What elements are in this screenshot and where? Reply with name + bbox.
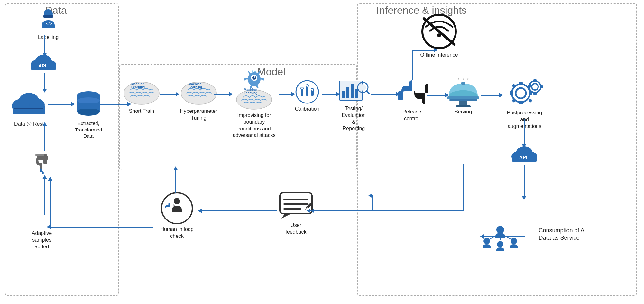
improvising-node: Machine Learning Improvising forboundary… (228, 70, 280, 139)
arrow-test-to-release (371, 94, 397, 95)
arrow-post-to-api (524, 119, 525, 145)
svg-rect-50 (346, 87, 349, 98)
no-wifi-icon (418, 13, 460, 50)
svg-point-101 (174, 198, 180, 204)
svg-marker-32 (257, 70, 261, 74)
data-section (5, 3, 119, 296)
arrow-release-to-offline-h (412, 50, 434, 51)
svg-point-89 (483, 238, 490, 244)
offline-inference-node: Offline Inference (413, 13, 465, 58)
arrow-faucet-to-data-rest (44, 125, 45, 151)
svg-rect-61 (447, 96, 479, 99)
inference-section (357, 3, 637, 296)
svg-rect-11 (13, 106, 45, 114)
svg-rect-21 (35, 154, 44, 156)
arrow-api-to-data-rest (44, 73, 45, 89)
arrow-imp-to-cal (279, 94, 292, 95)
adaptive-samples-node: Adaptivesamplesadded (16, 228, 68, 250)
svg-marker-31 (248, 70, 251, 74)
svg-rect-80 (533, 93, 537, 95)
svg-point-47 (311, 88, 314, 91)
ml-brain-icon-2: Machine Learning (179, 79, 218, 106)
testing-label: Testing/Evaluation&Reporting (342, 105, 366, 132)
data-rest-icon (10, 88, 48, 119)
svg-text:Learning: Learning (244, 91, 257, 95)
offline-inference-label: Offline Inference (420, 52, 458, 58)
ml-brain-icon-1: Machine Learning (122, 79, 161, 106)
arrow-data-up (50, 180, 51, 227)
extracted-data-label: Extracted,TransformedData (75, 120, 102, 139)
svg-point-88 (496, 226, 504, 234)
svg-point-91 (511, 238, 517, 244)
hyperparameter-label: HyperparameterTuning (180, 108, 217, 121)
serving-node: Serving (444, 78, 483, 115)
gears-icon (505, 77, 544, 108)
short-train-label: Short Train (129, 108, 154, 115)
api-bottom-node: API (508, 143, 540, 164)
network-icon (481, 219, 520, 251)
arrow-inf-down (463, 164, 464, 211)
human-loop-icon (156, 192, 198, 224)
release-control-label: Releasecontrol (402, 109, 421, 122)
svg-point-46 (306, 85, 308, 87)
svg-point-45 (301, 87, 303, 90)
svg-rect-79 (533, 79, 537, 82)
svg-rect-65 (459, 101, 467, 106)
arrow-data-rest-to-extracted (48, 104, 72, 105)
feedback-icon (278, 191, 314, 220)
faucet-icon (34, 151, 56, 177)
consumption-label: Consumption of AIData as Service (538, 227, 586, 242)
serving-label: Serving (455, 109, 472, 115)
testing-icon (338, 78, 370, 103)
user-feedback-node: Userfeedback (275, 191, 317, 236)
svg-text:API: API (38, 63, 46, 68)
user-feedback-label: Userfeedback (286, 222, 307, 236)
svg-rect-43 (306, 87, 308, 96)
arrow-cal-to-test (322, 94, 337, 95)
data-rest-node: Data @ Rest (10, 88, 48, 128)
svg-rect-57 (425, 84, 428, 93)
ml-brain-icon-3: Machine Learning (235, 86, 273, 110)
svg-point-90 (497, 241, 503, 247)
svg-marker-33 (252, 70, 253, 73)
svg-rect-82 (540, 85, 543, 88)
faucet-node (32, 151, 58, 177)
svg-rect-64 (461, 82, 465, 84)
calibration-label: Calibration (295, 106, 319, 112)
svg-point-36 (252, 76, 256, 80)
arrow-st-to-hp (160, 94, 176, 95)
consumption-node: Consumption of AIData as Service (524, 225, 601, 242)
thumbs-icon (396, 78, 428, 107)
adaptive-label: Adaptivesamplesadded (32, 230, 52, 250)
serving-icon (446, 78, 481, 107)
human-loop-node: Human in loopcheck (151, 192, 203, 240)
svg-text:Learning: Learning (131, 85, 145, 89)
svg-rect-70 (519, 101, 523, 104)
data-rest-label: Data @ Rest (14, 121, 44, 128)
svg-rect-75 (511, 98, 516, 103)
calibration-node: Calibration (291, 80, 323, 112)
svg-rect-51 (351, 84, 354, 98)
network-node (479, 219, 521, 251)
arrow-api-to-network (524, 165, 525, 197)
arrow-hp-to-imp (214, 94, 230, 95)
arrow-inf-to-feedback-h (310, 210, 463, 211)
monster-icon (244, 70, 264, 88)
svg-point-23 (42, 171, 44, 174)
api-cloud-icon: API (27, 51, 60, 72)
svg-rect-69 (519, 82, 523, 85)
arrow-consumption-to-network (483, 236, 525, 237)
svg-rect-62 (449, 99, 477, 101)
svg-rect-44 (311, 91, 314, 96)
svg-text:API: API (519, 155, 527, 160)
calibration-icon (294, 80, 320, 104)
arrow-release-to-offline-v (412, 50, 413, 80)
svg-rect-49 (342, 91, 345, 98)
svg-point-78 (532, 84, 538, 90)
svg-marker-34 (254, 70, 256, 72)
labelling-node: </> Labelling (32, 8, 64, 41)
diagram-container: Data Model Inference & insights </> Labe… (0, 0, 644, 304)
api-cloud-bottom-icon: API (508, 143, 540, 164)
svg-text:</>: </> (46, 21, 52, 26)
person-icon: </> (37, 8, 60, 32)
